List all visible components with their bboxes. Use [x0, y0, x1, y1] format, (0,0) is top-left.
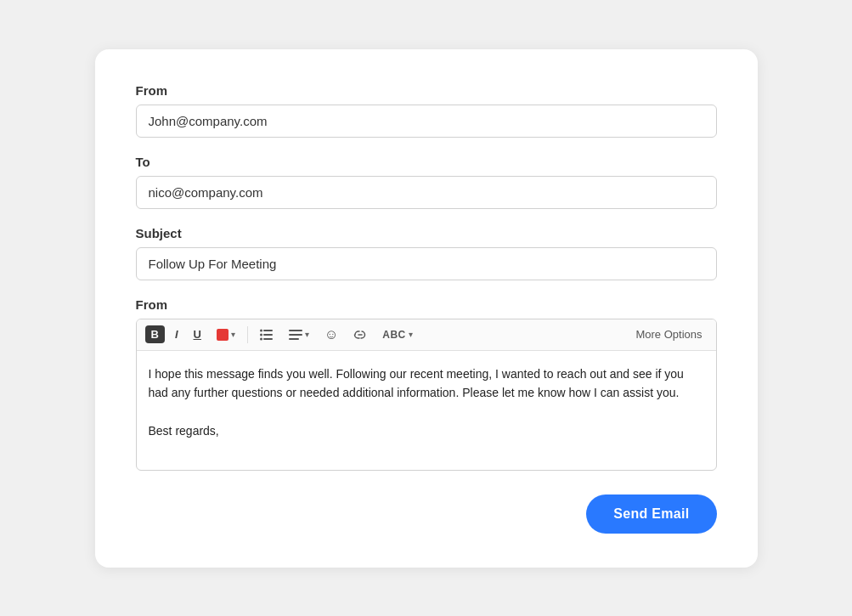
from-label: From	[136, 83, 717, 98]
svg-rect-7	[289, 334, 302, 336]
from-field-group: From	[136, 83, 717, 138]
svg-rect-6	[289, 330, 302, 331]
email-compose-card: From To Subject From B I U ▾	[95, 49, 758, 568]
italic-button[interactable]: I	[170, 325, 183, 344]
abc-label: ABC	[382, 329, 406, 341]
link-button[interactable]	[348, 327, 372, 342]
footer: Send Email	[136, 494, 717, 534]
svg-rect-1	[263, 334, 273, 336]
svg-rect-2	[263, 338, 273, 340]
body-editor: B I U ▾	[136, 319, 717, 471]
subject-field-group: Subject	[136, 226, 717, 280]
align-button[interactable]: ▾	[284, 325, 314, 344]
editor-body[interactable]: I hope this message finds you well. Foll…	[137, 351, 716, 470]
abc-chevron-icon: ▾	[409, 330, 413, 339]
toolbar-divider-1	[247, 326, 248, 343]
emoji-icon: ☺	[324, 328, 338, 342]
list-button[interactable]	[255, 325, 279, 344]
to-label: To	[136, 155, 717, 169]
svg-rect-8	[289, 338, 299, 340]
to-field-group: To	[136, 155, 717, 209]
text-color-button[interactable]: ▾	[212, 326, 240, 343]
body-label: From	[136, 297, 717, 312]
to-input[interactable]	[136, 176, 717, 209]
more-options-button[interactable]: More Options	[630, 325, 707, 344]
align-chevron-icon: ▾	[305, 330, 309, 339]
svg-point-4	[260, 333, 262, 336]
svg-point-3	[260, 329, 262, 331]
abc-button[interactable]: ABC ▾	[377, 325, 418, 344]
color-indicator	[217, 329, 229, 341]
from-input[interactable]	[136, 105, 717, 138]
emoji-button[interactable]: ☺	[319, 325, 343, 345]
body-paragraph-1: I hope this message finds you well. Foll…	[149, 365, 704, 403]
align-icon	[289, 329, 302, 341]
body-paragraph-2: Best regards,	[149, 421, 704, 440]
toolbar: B I U ▾	[137, 319, 716, 351]
underline-button[interactable]: U	[189, 325, 206, 344]
bold-button[interactable]: B	[145, 325, 165, 343]
list-icon	[260, 329, 274, 341]
color-chevron-icon: ▾	[231, 330, 235, 339]
svg-point-5	[260, 337, 262, 340]
body-section: From B I U ▾	[136, 297, 717, 471]
subject-input[interactable]	[136, 247, 717, 280]
link-icon	[353, 331, 367, 339]
send-email-button[interactable]: Send Email	[586, 494, 716, 534]
subject-label: Subject	[136, 226, 717, 240]
svg-rect-0	[263, 330, 273, 331]
